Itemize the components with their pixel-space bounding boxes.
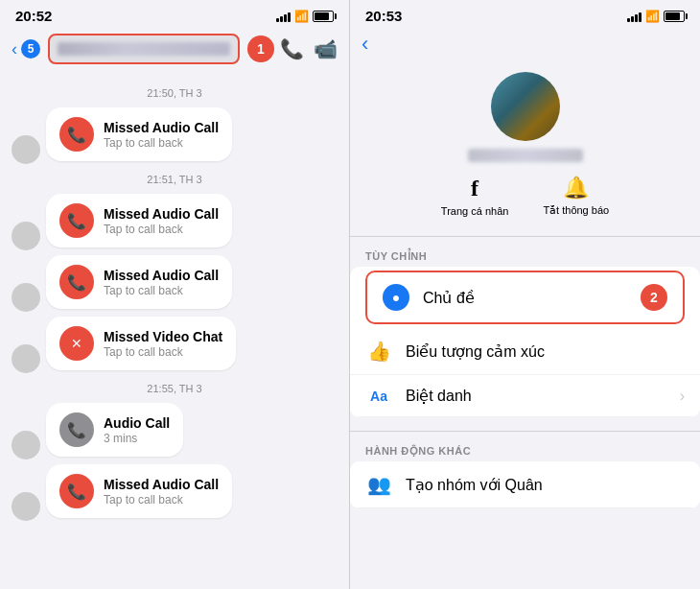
right-back-button[interactable]: ‹ xyxy=(362,34,368,55)
avatar-4 xyxy=(12,344,40,373)
audio-call-icon[interactable]: 📞 xyxy=(280,37,304,60)
call-info-2: Missed Audio Call Tap to call back xyxy=(104,206,219,236)
call-title-3: Missed Audio Call xyxy=(104,268,219,283)
facebook-label: Trang cá nhân xyxy=(441,205,509,217)
call-title-5: Audio Call xyxy=(104,415,170,431)
menu-item-bieu-tuong[interactable]: 👍 Biểu tượng cảm xúc xyxy=(350,328,700,375)
badge-number-2: 2 xyxy=(641,284,667,311)
tao-nhom-label: Tạo nhóm với Quân xyxy=(406,476,685,494)
missed-video-icon: ✕ xyxy=(59,326,94,361)
call-bubble-4[interactable]: ✕ Missed Video Chat Tap to call back xyxy=(46,317,236,370)
mute-notifications-button[interactable]: 🔔 Tắt thông báo xyxy=(543,176,609,217)
bieu-tuong-icon: 👍 xyxy=(365,340,392,363)
message-row-5: 📞 Audio Call 3 mins xyxy=(12,400,338,459)
left-status-icons: 📶 xyxy=(276,10,334,23)
timestamp-1: 21:50, TH 3 xyxy=(12,87,338,99)
avatar-1 xyxy=(12,135,40,164)
right-time: 20:53 xyxy=(365,8,402,24)
missed-audio-icon-6: 📞 xyxy=(59,474,94,508)
chu-de-label: Chủ đề xyxy=(423,289,619,307)
bieu-tuong-label: Biểu tượng cảm xúc xyxy=(406,342,685,361)
menu-item-biet-danh[interactable]: Aa Biệt danh › xyxy=(350,375,700,417)
call-subtitle-4: Tap to call back xyxy=(104,345,222,359)
call-title-6: Missed Audio Call xyxy=(104,477,219,492)
right-battery-icon xyxy=(664,11,685,22)
missed-audio-icon-1: 📞 xyxy=(59,117,94,152)
timestamp-2: 21:51, TH 3 xyxy=(12,174,338,185)
right-status-icons: 📶 xyxy=(627,10,685,23)
left-nav-bar: ‹ 5 1 📞 📹 xyxy=(0,28,349,72)
avatar-2 xyxy=(12,222,40,250)
divider-2 xyxy=(350,431,700,432)
call-info-5: Audio Call 3 mins xyxy=(104,415,170,445)
call-title-1: Missed Audio Call xyxy=(104,120,219,135)
group-icon: 👥 xyxy=(365,473,392,496)
chat-area: 21:50, TH 3 📞 Missed Audio Call Tap to c… xyxy=(0,72,349,589)
avatar-6 xyxy=(12,492,40,521)
message-row-3: 📞 Missed Audio Call Tap to call back xyxy=(12,252,338,312)
battery-icon xyxy=(313,11,334,22)
missed-audio-icon-2: 📞 xyxy=(59,203,94,238)
profile-name xyxy=(468,149,583,162)
call-info-3: Missed Audio Call Tap to call back xyxy=(104,268,219,297)
message-row-4: ✕ Missed Video Chat Tap to call back xyxy=(12,314,338,373)
facebook-profile-button[interactable]: f Trang cá nhân xyxy=(441,176,509,217)
missed-audio-icon-3: 📞 xyxy=(59,265,94,299)
bell-icon: 🔔 xyxy=(563,176,589,200)
right-wifi-icon: 📶 xyxy=(645,10,660,23)
divider-1 xyxy=(350,236,700,237)
contact-name-box xyxy=(48,34,240,64)
right-screen: 20:53 📶 ‹ f Trang cá nhân xyxy=(350,0,700,589)
section-header-tuy-chinh: TÙY CHỈNH xyxy=(350,243,700,267)
call-title-2: Missed Audio Call xyxy=(104,206,219,222)
back-button[interactable]: ‹ 5 xyxy=(12,39,40,59)
menu-item-chu-de[interactable]: ● Chủ đề 2 xyxy=(365,271,685,324)
profile-avatar xyxy=(491,72,560,141)
message-row-1: 📞 Missed Audio Call Tap to call back xyxy=(12,105,338,164)
hanh-dong-group: 👥 Tạo nhóm với Quân xyxy=(350,461,700,508)
video-call-icon[interactable]: 📹 xyxy=(314,37,338,60)
call-info-1: Missed Audio Call Tap to call back xyxy=(104,120,219,150)
right-signal-icon xyxy=(627,11,642,22)
left-screen: 20:52 📶 ‹ 5 1 📞 📹 xyxy=(0,0,350,589)
call-info-4: Missed Video Chat Tap to call back xyxy=(104,329,222,359)
call-info-6: Missed Audio Call Tap to call back xyxy=(104,477,219,507)
signal-icon xyxy=(276,11,291,22)
call-bubble-1[interactable]: 📞 Missed Audio Call Tap to call back xyxy=(46,107,232,161)
avatar-3 xyxy=(12,283,40,312)
contact-name-blur xyxy=(58,42,230,56)
biet-danh-icon: Aa xyxy=(365,389,392,404)
call-subtitle-5: 3 mins xyxy=(104,432,170,445)
audio-call-icon-grey: 📞 xyxy=(59,412,94,447)
timestamp-3: 21:55, TH 3 xyxy=(12,383,338,394)
right-status-bar: 20:53 📶 xyxy=(350,0,700,28)
message-row-2: 📞 Missed Audio Call Tap to call back xyxy=(12,191,338,250)
chevron-right-icon: › xyxy=(680,388,685,405)
tuy-chinh-group: ● Chủ đề 2 👍 Biểu tượng cảm xúc Aa Biệt … xyxy=(350,267,700,417)
call-subtitle-2: Tap to call back xyxy=(104,223,219,236)
call-subtitle-3: Tap to call back xyxy=(104,284,219,297)
call-bubble-3[interactable]: 📞 Missed Audio Call Tap to call back xyxy=(46,255,232,309)
menu-item-tao-nhom[interactable]: 👥 Tạo nhóm với Quân xyxy=(350,461,700,508)
biet-danh-label: Biệt danh xyxy=(406,387,666,405)
avatar-5 xyxy=(12,431,40,459)
back-chevron-icon: ‹ xyxy=(12,39,17,59)
mute-label: Tắt thông báo xyxy=(543,204,609,217)
left-status-bar: 20:52 📶 xyxy=(0,0,349,28)
call-bubble-6[interactable]: 📞 Missed Audio Call Tap to call back xyxy=(46,464,232,518)
nav-actions: 📞 📹 xyxy=(280,37,338,60)
right-nav-bar: ‹ xyxy=(350,28,700,62)
left-time: 20:52 xyxy=(15,8,52,24)
profile-section: f Trang cá nhân 🔔 Tắt thông báo xyxy=(350,62,700,230)
back-count-badge[interactable]: 5 xyxy=(21,39,40,59)
facebook-icon: f xyxy=(471,176,478,201)
call-subtitle-1: Tap to call back xyxy=(104,136,219,150)
call-bubble-2[interactable]: 📞 Missed Audio Call Tap to call back xyxy=(46,194,232,247)
call-bubble-5[interactable]: 📞 Audio Call 3 mins xyxy=(46,403,183,457)
badge-number-1: 1 xyxy=(247,35,274,62)
message-row-6: 📞 Missed Audio Call Tap to call back xyxy=(12,461,338,521)
chu-de-wrapper: ● Chủ đề 2 xyxy=(350,267,700,328)
chu-de-icon: ● xyxy=(383,284,409,311)
profile-actions: f Trang cá nhân 🔔 Tắt thông báo xyxy=(441,176,609,217)
wifi-icon: 📶 xyxy=(294,10,309,23)
